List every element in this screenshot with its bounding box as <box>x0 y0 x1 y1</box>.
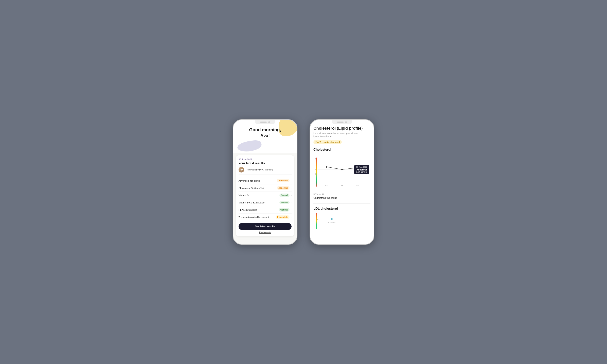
result-row-0[interactable]: Advanced iron profile Abnormal › <box>238 177 291 184</box>
ldl-color-bar <box>316 213 317 229</box>
results-date: 30 June 2022 <box>238 158 291 161</box>
chart-point-jul <box>341 169 343 170</box>
result-row-1[interactable]: Cholesterol (lipid profile) Abnormal › <box>238 184 291 192</box>
notch-circle <box>268 121 270 123</box>
cholesterol-section-title: Cholesterol <box>313 148 370 152</box>
result-badge-5: Incomplete <box>276 215 290 219</box>
notch-circle-2 <box>345 121 347 123</box>
tooltip-value: 1.34 mmol/L <box>356 171 367 173</box>
abnormal-badge: 2 of 3 results abnormal <box>313 140 342 144</box>
svg-text:Mar: Mar <box>325 185 328 187</box>
phone2-screen: Cholesterol (Lipid profile) Lorem ipsum … <box>310 120 374 244</box>
svg-text:Nov: Nov <box>356 185 359 187</box>
result-name-3: Vitamin B9 & B12 (Active) <box>238 201 279 204</box>
doctor-name: Reviewed by Dr A. Manning <box>246 169 273 171</box>
svg-text:Jul: Jul <box>341 185 343 187</box>
greeting-text: Good morning, Ava! <box>233 127 297 139</box>
result-name-4: HbA1c (Diabetes) <box>238 209 279 211</box>
phone1-header: Good morning, Ava! <box>233 120 297 153</box>
results-title: Your latest results <box>238 161 291 165</box>
result-badge-1: Abnormal <box>277 186 290 190</box>
ldl-svg: 3.4 30 June 2022 <box>313 213 370 229</box>
result-badge-4: Optimal <box>279 208 290 211</box>
result-row-5[interactable]: Thyroid-stimulated hormone (... Incomple… <box>238 214 291 221</box>
result-badge-2: Normal <box>279 194 290 197</box>
tooltip-status: Abnormal <box>356 169 367 171</box>
color-bar <box>316 157 317 187</box>
chart-tooltip: 30 June 2022 Abnormal 1.34 mmol/L <box>354 165 369 174</box>
tooltip-date: 30 June 2022 <box>356 166 367 168</box>
phones-wrapper: Good morning, Ava! 30 June 2022 Your lat… <box>233 119 374 245</box>
chevron-icon-3: › <box>291 201 291 204</box>
phone-1: Good morning, Ava! 30 June 2022 Your lat… <box>233 119 297 245</box>
ldl-chart: 3.4 30 June 2022 <box>313 213 370 229</box>
phone-2: Cholesterol (Lipid profile) Lorem ipsum … <box>310 119 374 245</box>
result-row-2[interactable]: Vitamin D Normal › <box>238 192 291 199</box>
section-divider <box>313 203 370 204</box>
svg-text:3.4: 3.4 <box>317 218 319 220</box>
result-badge-3: Normal <box>279 201 290 204</box>
results-card: 30 June 2022 Your latest results AM Revi… <box>236 155 294 236</box>
chevron-icon-2: › <box>291 194 291 197</box>
notch-pill <box>260 121 267 123</box>
purple-blob <box>237 139 263 153</box>
phone1-content: 30 June 2022 Your latest results AM Revi… <box>233 153 297 244</box>
result-name-2: Vitamin D <box>238 194 279 196</box>
chevron-icon-4: › <box>291 208 291 211</box>
phone2-content: Cholesterol (Lipid profile) Lorem ipsum … <box>310 120 374 232</box>
phone1-notch <box>255 120 275 124</box>
doctor-row: AM Reviewed by Dr A. Manning <box>238 167 291 175</box>
result-name-0: Advanced iron profile <box>238 180 277 182</box>
result-name-5: Thyroid-stimulated hormone (... <box>238 216 276 218</box>
result-row-3[interactable]: Vitamin B9 & B12 (Active) Normal › <box>238 199 291 206</box>
see-results-button[interactable]: See latest results <box>238 223 291 230</box>
chevron-icon-0: › <box>291 179 291 182</box>
detail-subtitle: Lorem ipsum lorem ipsum lorem ipsum lore… <box>313 132 370 138</box>
phone1-screen: Good morning, Ava! 30 June 2022 Your lat… <box>233 120 297 244</box>
phone2-notch <box>332 120 352 124</box>
ldl-section-title: LDL cholesterol <box>313 207 370 210</box>
doctor-avatar: AM <box>238 167 244 172</box>
result-badge-0: Abnormal <box>277 179 290 182</box>
past-results-link[interactable]: Past results <box>238 231 291 234</box>
chevron-icon-5: › <box>291 216 291 219</box>
notch-pill-2 <box>337 121 343 123</box>
chart-point-mar <box>326 166 328 168</box>
ldl-point <box>331 218 333 220</box>
chevron-icon-1: › <box>291 187 291 190</box>
understand-link[interactable]: Understand this result <box>313 196 370 199</box>
cholesterol-chart: 7.5 5.2 4.3 3.1 0 Mar <box>313 154 370 190</box>
result-row-4[interactable]: HbA1c (Diabetes) Optimal › <box>238 206 291 214</box>
detail-title: Cholesterol (Lipid profile) <box>313 126 370 131</box>
result-name-1: Cholesterol (lipid profile) <box>238 187 277 189</box>
svg-text:30 June 2022: 30 June 2022 <box>328 222 336 223</box>
current-value: 5.7 mmol/L <box>313 193 370 196</box>
greeting-area: Good morning, Ava! <box>233 127 297 139</box>
